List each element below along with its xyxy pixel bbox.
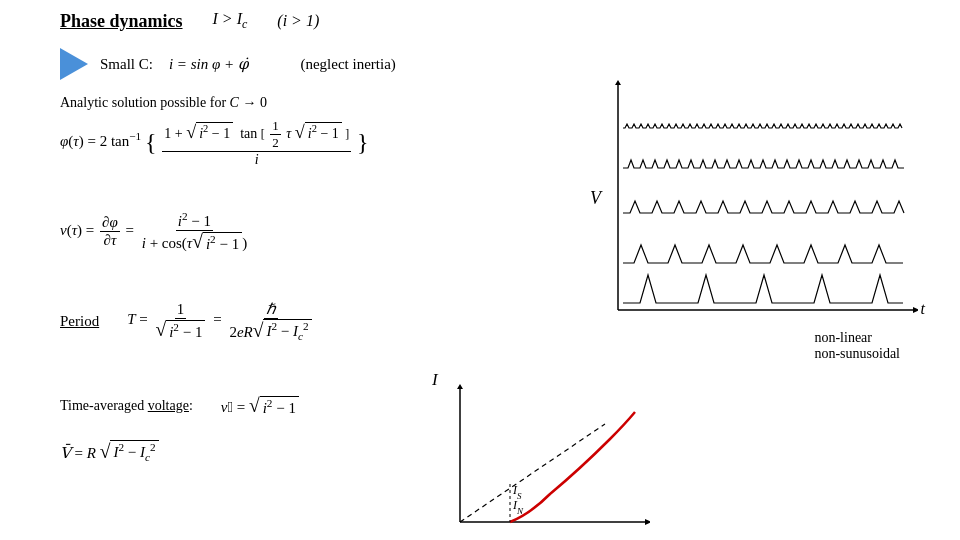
v-label: V <box>590 188 601 209</box>
i-label: I <box>432 370 438 390</box>
iv-panel: I IS IN <box>430 370 650 525</box>
condition1: I > Ic <box>213 10 248 32</box>
condition2: (i > 1) <box>277 12 319 30</box>
svg-marker-7 <box>457 384 463 389</box>
formula-period: Period T = 1 √i2 − 1 = ℏ 2eR√I2 − Ic2 <box>60 300 316 342</box>
iv-curve-svg: IS IN <box>450 384 650 529</box>
formula-v: v(τ) = ∂φ ∂τ = i2 − 1 i + cos(τ√i2 − 1) <box>60 210 251 253</box>
svg-marker-6 <box>645 519 650 525</box>
svg-marker-2 <box>913 307 918 313</box>
neglect-inertia: (neglect inertia) <box>300 56 395 73</box>
small-c-label: Small C: <box>100 56 153 73</box>
period-label: Period <box>60 313 99 330</box>
arrow-row: Small C: i = sin φ + φ̇ (neglect inertia… <box>60 48 396 80</box>
time-avg-label: Time-averaged voltage: <box>60 398 193 414</box>
page-title: Phase dynamics <box>60 11 183 32</box>
formula-vbar: V̄ = R √I2 − Ic2 <box>60 440 159 463</box>
title-area: Phase dynamics I > Ic (i > 1) <box>60 10 319 32</box>
small-c-formula: i = sin φ + φ̇ <box>169 55 249 73</box>
right-arrow-icon <box>60 48 88 80</box>
nonlinear-line2: non-sunusoidal <box>814 346 900 362</box>
nonlinear-text: non-linear non-sunusoidal <box>814 330 900 362</box>
nonlinear-line1: non-linear <box>814 330 900 346</box>
formula-phi: φ(τ) = 2 tan−1 { 1 + √i2 − 1 tan [ 1 2 τ… <box>60 118 369 168</box>
page: Phase dynamics I > Ic (i > 1) Small C: i… <box>0 0 960 540</box>
svg-line-8 <box>460 424 605 522</box>
waveform-panel: V <box>580 80 930 320</box>
time-avg-row: Time-averaged voltage: v⃗ = √i2 − 1 <box>60 395 299 417</box>
waveform-svg <box>608 80 918 315</box>
analytic-solution-text: Analytic solution possible for C → 0 <box>60 95 267 111</box>
t-label: t <box>921 300 925 318</box>
svg-marker-3 <box>615 80 621 85</box>
